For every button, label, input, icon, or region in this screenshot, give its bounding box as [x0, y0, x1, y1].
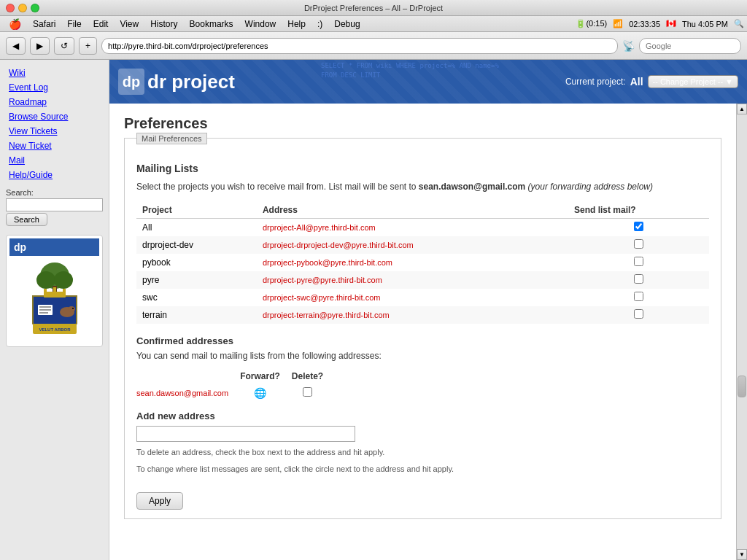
col-send-mail: Send list mail?: [568, 202, 709, 219]
menu-file[interactable]: File: [61, 18, 87, 31]
svg-rect-10: [39, 309, 51, 311]
instruction-1: To delete an address, check the box next…: [136, 446, 709, 459]
address-bar[interactable]: [101, 38, 618, 54]
wifi-icon: 📶: [613, 19, 623, 28]
scroll-up-arrow[interactable]: ▲: [737, 104, 747, 114]
sidebar-item-mail[interactable]: Mail: [6, 153, 103, 168]
sidebar-item-view-tickets[interactable]: View Tickets: [6, 124, 103, 139]
mailing-checkbox-4[interactable]: [634, 292, 643, 301]
confirmed-delete-checkbox[interactable]: [303, 387, 312, 397]
project-label: Current project:: [565, 77, 626, 87]
minimize-button[interactable]: [18, 4, 27, 12]
user-email: sean.dawson@gmail.com: [419, 182, 525, 192]
scroll-track[interactable]: [737, 114, 747, 549]
close-button[interactable]: [6, 4, 15, 12]
search-button[interactable]: Search: [6, 213, 47, 226]
confirmed-desc: You can send mail to mailing lists from …: [136, 351, 709, 361]
menu-bar: 🍎 Safari File Edit View History Bookmark…: [0, 16, 747, 32]
instruction-2: To change where list messages are sent, …: [136, 463, 709, 475]
menu-help[interactable]: Help: [282, 18, 311, 31]
flag-icon: 🇨🇦: [666, 19, 676, 28]
svg-point-14: [72, 308, 74, 309]
reload-button[interactable]: ↺: [54, 37, 74, 55]
mailing-checkbox-0[interactable]: [634, 222, 643, 231]
mailing-address-0[interactable]: drproject-All@pyre.third-bit.com: [263, 223, 376, 232]
svg-text:VELUT ARBOR: VELUT ARBOR: [39, 327, 71, 332]
sidebar-item-help-guide[interactable]: Help/Guide: [6, 168, 103, 182]
address-rss-icon: 📡: [622, 40, 635, 52]
sidebar-item-wiki[interactable]: Wiki: [6, 66, 103, 80]
scroll-down-arrow[interactable]: ▼: [737, 549, 747, 560]
globe-icon[interactable]: 🌐: [254, 387, 266, 399]
mailing-table-row: terrain drproject-terrain@pyre.third-bit…: [136, 306, 709, 324]
section-legend: Mail Preferences: [136, 133, 207, 144]
svg-rect-5: [44, 289, 47, 293]
mailing-checkbox-2[interactable]: [634, 257, 643, 266]
search-input[interactable]: [639, 38, 741, 54]
menu-window[interactable]: Window: [239, 18, 282, 31]
confirmed-address-row: sean.dawson@gmail.com 🌐: [136, 384, 335, 402]
apply-button[interactable]: Apply: [136, 492, 183, 510]
search-section: Search: Search: [6, 188, 103, 226]
change-project-dropdown[interactable]: -- Change Project -- ▼: [648, 75, 738, 88]
mailing-address-1[interactable]: drproject-drproject-dev@pyre.third-bit.c…: [263, 241, 414, 249]
svg-rect-11: [39, 312, 48, 314]
scroll-thumb[interactable]: [738, 376, 746, 397]
add-address-input[interactable]: [136, 426, 355, 442]
sidebar-item-event-log[interactable]: Event Log: [6, 80, 103, 95]
mailing-checkbox-3[interactable]: [634, 274, 643, 284]
svg-point-13: [68, 306, 75, 312]
clock: 02:33:35: [629, 20, 660, 28]
back-button[interactable]: ◀: [6, 37, 26, 55]
mailing-address-3[interactable]: drproject-pyre@pyre.third-bit.com: [263, 276, 382, 284]
confirmed-email-link[interactable]: sean.dawson@gmail.com: [136, 389, 228, 397]
new-tab-button[interactable]: +: [79, 37, 97, 55]
menu-safari[interactable]: Safari: [27, 18, 61, 31]
maximize-button[interactable]: [31, 4, 39, 12]
main-container: Wiki Event Log Roadmap Browse Source Vie…: [0, 60, 747, 560]
window-title: DrProject Preferences – All – DrProject: [304, 4, 443, 12]
intro-text: Select the projects you wish to receive …: [136, 182, 416, 192]
menu-bookmarks[interactable]: Bookmarks: [184, 18, 239, 31]
site-title: dp dr project: [109, 69, 244, 95]
spotlight-icon[interactable]: 🔍: [734, 19, 744, 28]
forward-button[interactable]: ▶: [30, 37, 50, 55]
confirmed-title: Confirmed addresses: [136, 335, 709, 346]
sidebar-item-new-ticket[interactable]: New Ticket: [6, 139, 103, 153]
menu-view[interactable]: View: [114, 18, 144, 31]
scrollbar[interactable]: ▲ ▼: [736, 104, 747, 560]
confirmed-addresses-table: Forward? Delete? sean.dawson@gmail.com 🌐: [136, 368, 335, 402]
project-selector: Current project: All -- Change Project -…: [557, 75, 747, 88]
date-time: Thu 4:05 PM: [682, 20, 728, 28]
mailing-table-row: pybook drproject-pybook@pyre.third-bit.c…: [136, 254, 709, 271]
sidebar-item-roadmap[interactable]: Roadmap: [6, 95, 103, 109]
mailing-address-4[interactable]: drproject-swc@pyre.third-bit.com: [263, 293, 381, 302]
mailing-address-5[interactable]: drproject-terrain@pyre.third-bit.com: [263, 311, 390, 319]
mailing-lists-title: Mailing Lists: [136, 163, 709, 174]
menu-edit[interactable]: Edit: [88, 18, 115, 31]
menu-debug[interactable]: Debug: [328, 18, 365, 31]
apple-menu[interactable]: 🍎: [3, 18, 27, 30]
confirmed-delete-col: Delete?: [292, 368, 335, 384]
sidebar-item-browse-source[interactable]: Browse Source: [6, 109, 103, 124]
col-project: Project: [136, 202, 257, 219]
confirmed-forward-col: Forward?: [240, 368, 292, 384]
logo-badge: dp: [118, 69, 144, 95]
sidebar-search-input[interactable]: [6, 198, 103, 211]
menu-right: 🔋(0:15) 📶 02:33:35 🇨🇦 Thu 4:05 PM 🔍: [576, 19, 744, 28]
site-header: dp dr project SELECT * FROM wiki WHERE p…: [109, 60, 747, 104]
mailing-checkbox-5[interactable]: [634, 309, 643, 319]
menu-smiley[interactable]: :): [311, 18, 328, 31]
mailing-address-2[interactable]: drproject-pybook@pyre.third-bit.com: [263, 258, 392, 267]
content-wrapper: dp dr project SELECT * FROM wiki WHERE p…: [109, 60, 747, 560]
add-address-title: Add new address: [136, 411, 709, 421]
mailing-checkbox-1[interactable]: [634, 239, 643, 249]
toolbar: ◀ ▶ ↺ + 📡: [0, 32, 747, 60]
mailing-project-1: drproject-dev: [136, 236, 257, 254]
change-project-label: -- Change Project --: [653, 77, 724, 86]
intro-paragraph: Select the projects you wish to receive …: [136, 180, 709, 193]
battery-indicator: 🔋(0:15): [576, 19, 607, 28]
page-title: Preferences: [124, 115, 721, 132]
mailing-table-row: drproject-dev drproject-drproject-dev@py…: [136, 236, 709, 254]
menu-history[interactable]: History: [144, 18, 183, 31]
